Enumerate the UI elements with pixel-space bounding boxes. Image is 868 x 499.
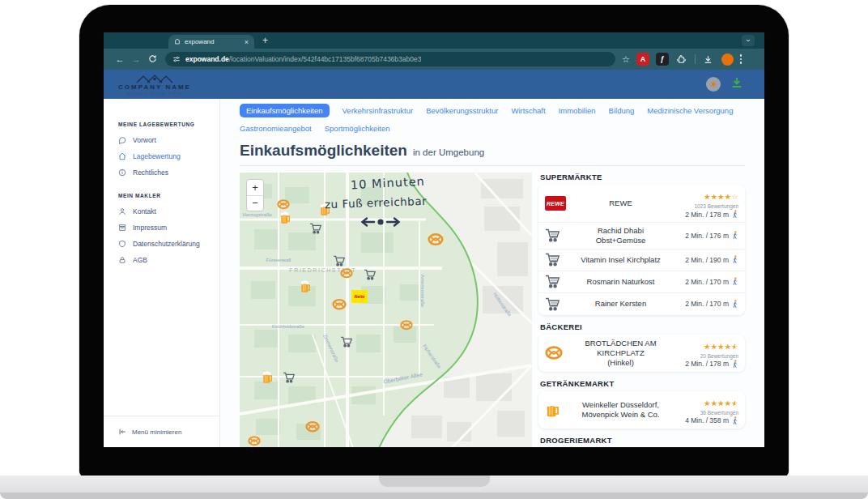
storefront-icon: [118, 224, 126, 232]
map-zoom-control: + −: [246, 179, 264, 211]
section-title-baeckerei: BÄCKEREI: [540, 322, 745, 331]
map-marker-pretzel[interactable]: [332, 298, 347, 313]
poi-row-weinkeller[interactable]: Weinkeller Düsseldorf,Mövenpick Wein & C…: [538, 391, 745, 429]
walking-person-icon: [732, 231, 738, 240]
map-marker-cart[interactable]: [283, 372, 296, 386]
sidebar-item-label: AGB: [133, 256, 147, 264]
sidebar-item-agb[interactable]: AGB: [118, 256, 219, 264]
sidebar-item-label: Datenschutzerklärung: [133, 240, 200, 248]
poi-row-rosmarin[interactable]: Rosmarin Naturkost 2 Min. / 170 m: [538, 271, 745, 293]
laptop-base: [0, 476, 868, 493]
tab-close-icon[interactable]: ×: [245, 38, 249, 46]
site-settings-icon[interactable]: [172, 52, 181, 66]
browser-tab[interactable]: expowand ×: [168, 35, 254, 49]
tab-immobilien[interactable]: Immobilien: [559, 104, 596, 117]
rooftops-icon: [136, 74, 173, 83]
tab-bildung[interactable]: Bildung: [609, 104, 635, 117]
sidebar-item-label: Rechtliches: [133, 168, 168, 177]
map-marker-pretzel[interactable]: [248, 435, 261, 447]
tab-list-chevron-button[interactable]: [742, 35, 755, 46]
map-marker-pretzel[interactable]: [400, 319, 413, 334]
beverage-card: Weinkeller Düsseldorf,Mövenpick Wein & C…: [538, 391, 745, 429]
poi-name: Vitamin Insel Kirchplatz: [574, 255, 667, 265]
back-button[interactable]: ←: [112, 54, 128, 64]
info-icon: [118, 168, 126, 177]
poi-row-rainer-kersten[interactable]: Rainer Kersten 2 Min. / 170 m: [538, 293, 745, 315]
url-path: /locationValuation/index/542f44bc17135bf…: [229, 55, 422, 63]
url-text: expowand.de/locationValuation/index/542f…: [185, 55, 421, 63]
walking-person-icon: [732, 360, 738, 369]
poi-row-brotlaedchen[interactable]: BROTLÄDCHEN AM KIRCHPLATZ(Hinkel) ☆☆☆☆☆★…: [538, 335, 745, 372]
reload-button[interactable]: [144, 54, 160, 65]
tab-bevoelkerungsstruktur[interactable]: Bevölkerungsstruktur: [426, 104, 498, 117]
new-tab-button[interactable]: +: [262, 35, 268, 47]
map-marker-cart[interactable]: [340, 336, 352, 351]
map-marker-pretzel[interactable]: [305, 421, 320, 437]
forward-button[interactable]: →: [128, 54, 144, 64]
menu-collapse-button[interactable]: Menü minimieren: [118, 428, 219, 436]
sidebar-item-impressum[interactable]: Impressum: [118, 224, 219, 232]
bookmark-star-icon[interactable]: ☆: [622, 54, 630, 65]
title-divider: [240, 165, 745, 166]
rating-stars: ☆☆☆☆☆★★★★★: [704, 194, 738, 201]
zoom-out-button[interactable]: −: [247, 196, 263, 211]
zoom-in-button[interactable]: +: [247, 180, 263, 196]
home-icon: [174, 38, 181, 46]
poi-distance: 4 Min. / 358 m: [685, 416, 729, 424]
review-count: 20 Bewertungen: [667, 353, 738, 359]
poi-name: Rosmarin Naturkost: [574, 277, 667, 287]
poi-row-rachid-dhabi[interactable]: Rachid Dhabi Obst+Gemüse 2 Min. / 176 m: [538, 223, 745, 250]
adobe-extension-icon[interactable]: A: [636, 53, 649, 66]
company-logo: COMPANY NAME Slogan Goes Here: [118, 74, 191, 96]
browser-menu-icon[interactable]: [740, 54, 742, 64]
theme-toggle-button[interactable]: [706, 77, 721, 92]
walking-person-icon: [732, 416, 738, 425]
map-marker-beer[interactable]: [300, 280, 311, 296]
map-marker-beer[interactable]: [262, 371, 273, 387]
fonts-extension-icon[interactable]: ƒ: [656, 53, 669, 66]
map-marker-netto[interactable]: Netto: [351, 290, 368, 303]
sidebar-item-rechtliches[interactable]: Rechtliches: [118, 168, 219, 177]
downloads-icon[interactable]: [702, 53, 715, 66]
sidebar-item-datenschutz[interactable]: Datenschutzerklärung: [118, 240, 219, 248]
walking-person-icon: [732, 277, 738, 286]
poi-distance: 2 Min. / 170 m: [685, 278, 729, 286]
poi-distance: 2 Min. / 176 m: [685, 232, 729, 240]
poi-row-vitamin-insel[interactable]: Vitamin Insel Kirchplatz 2 Min. / 190 m: [538, 250, 745, 271]
poi-row-rewe[interactable]: REWE REWE ☆☆☆☆☆★★★★★ 1023 Bewertungen 2 …: [538, 185, 745, 223]
poi-distance: 2 Min. / 190 m: [685, 256, 729, 264]
map-marker-pretzel[interactable]: [340, 267, 353, 282]
map-marker-beer[interactable]: [279, 211, 291, 228]
sidebar-item-label: Kontakt: [133, 207, 156, 215]
tab-einkaufsmoeglichkeiten[interactable]: Einkaufsmöglichkeiten: [240, 104, 330, 117]
section-title-drogeriemarkt: DROGERIEMARKT: [540, 436, 745, 445]
tab-verkehrsinfrastruktur[interactable]: Verkehrsinfrastruktur: [343, 104, 414, 117]
walking-person-icon: [732, 255, 738, 264]
map-canvas[interactable]: Herzogstraße Fürstenwall FRIEDRICHSTADT …: [240, 173, 532, 447]
app-header: COMPANY NAME Slogan Goes Here: [104, 70, 764, 99]
toolbar-divider: [695, 54, 696, 64]
results-panel: SUPERMÄRKTE REWE REWE ☆☆☆☆☆★★★★★ 1023 Be…: [538, 173, 745, 447]
url-bar[interactable]: expowand.de/locationValuation/index/542f…: [165, 52, 615, 66]
tab-gastronomieangebot[interactable]: Gastronomieangebot: [240, 122, 312, 135]
poi-name-line2: Mövenpick Wein & Co.: [582, 410, 660, 419]
tab-wirtschaft[interactable]: Wirtschaft: [511, 104, 545, 117]
tab-sportmoeglichkeiten[interactable]: Sportmöglichkeiten: [325, 122, 390, 135]
sidebar-item-vorwort[interactable]: Vorwort: [118, 136, 219, 144]
extensions-puzzle-icon[interactable]: [675, 53, 688, 66]
map-marker-pretzel[interactable]: [428, 233, 444, 250]
profile-avatar[interactable]: [721, 53, 734, 66]
map-marker-cart[interactable]: [309, 223, 321, 237]
tab-medizinische-versorgung[interactable]: Medizinische Versorgung: [647, 104, 733, 117]
map-marker-cart[interactable]: [364, 269, 376, 284]
pretzel-icon: [545, 346, 563, 360]
sidebar-section-makler: MEIN MAKLER: [118, 193, 219, 198]
bakery-card: BROTLÄDCHEN AM KIRCHPLATZ(Hinkel) ☆☆☆☆☆★…: [538, 335, 745, 372]
laptop-hinge-notch: [379, 476, 490, 487]
person-icon: [118, 207, 126, 215]
sidebar-section-lagebewertung: MEINE LAGEBEWERTUNG: [118, 122, 219, 127]
sidebar-item-kontakt[interactable]: Kontakt: [118, 207, 219, 215]
sidebar-item-lagebewertung[interactable]: Lagebewertung: [118, 152, 219, 160]
url-domain: expowand.de: [185, 55, 229, 63]
download-report-button[interactable]: [730, 76, 743, 92]
